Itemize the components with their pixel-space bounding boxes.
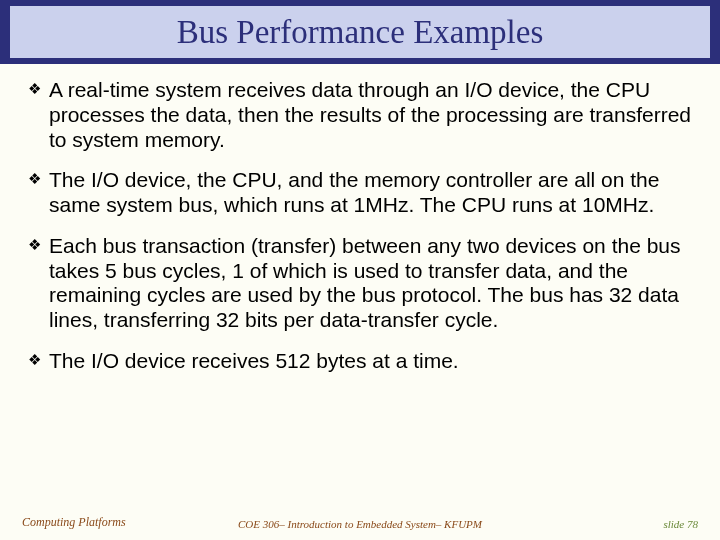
title-bar: Bus Performance Examples: [0, 0, 720, 64]
title-inner: Bus Performance Examples: [10, 6, 710, 58]
bullet-text: A real-time system receives data through…: [49, 78, 692, 152]
footer: Computing Platforms COE 306– Introductio…: [0, 515, 720, 530]
diamond-bullet-icon: ❖: [28, 237, 41, 252]
bullet-item: ❖ The I/O device receives 512 bytes at a…: [28, 349, 692, 374]
bullet-item: ❖ Each bus transaction (transfer) betwee…: [28, 234, 692, 333]
bullet-item: ❖ The I/O device, the CPU, and the memor…: [28, 168, 692, 218]
slide-title: Bus Performance Examples: [177, 14, 544, 51]
footer-right: slide 78: [663, 518, 698, 530]
footer-center: COE 306– Introduction to Embedded System…: [238, 518, 482, 530]
footer-left: Computing Platforms: [22, 515, 126, 530]
diamond-bullet-icon: ❖: [28, 81, 41, 96]
bullet-item: ❖ A real-time system receives data throu…: [28, 78, 692, 152]
bullet-text: The I/O device receives 512 bytes at a t…: [49, 349, 459, 374]
bullet-text: Each bus transaction (transfer) between …: [49, 234, 692, 333]
content-area: ❖ A real-time system receives data throu…: [0, 64, 720, 374]
bullet-text: The I/O device, the CPU, and the memory …: [49, 168, 692, 218]
diamond-bullet-icon: ❖: [28, 171, 41, 186]
diamond-bullet-icon: ❖: [28, 352, 41, 367]
